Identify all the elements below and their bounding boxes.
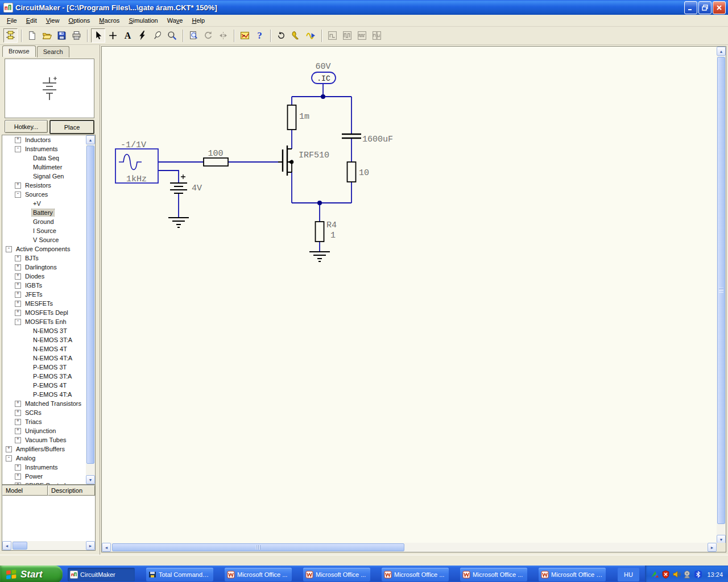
tree-item-v-source[interactable]: V Source <box>2 235 86 244</box>
tree-item-label[interactable]: Instruments <box>24 464 59 471</box>
tree-item-p-emos-3t[interactable]: P-EMOS 3T <box>2 363 86 372</box>
tree-item-mosfets-enh[interactable]: -MOSFETs Enh <box>2 317 86 326</box>
tree-item-label[interactable]: Power <box>24 473 44 480</box>
menu-macros[interactable]: Macros <box>94 16 124 25</box>
tree-item-analog[interactable]: -Analog <box>2 454 86 463</box>
menu-edit[interactable]: Edit <box>22 16 42 25</box>
resistor-100[interactable] <box>204 158 228 166</box>
audio-device-icon[interactable] <box>683 570 692 579</box>
description-column-header[interactable]: Description <box>48 485 95 496</box>
tree-item-triacs[interactable]: +Triacs <box>2 417 86 426</box>
collapse-icon[interactable]: - <box>15 319 21 325</box>
tree-item-n-emos-4t-a[interactable]: N-EMOS 4T:A <box>2 354 86 363</box>
menu-help[interactable]: Help <box>187 16 209 25</box>
zoom-tool-button[interactable] <box>165 28 179 43</box>
tree-item-p-emos-4t[interactable]: P-EMOS 4T <box>2 381 86 390</box>
tree-item-label[interactable]: Resistors <box>24 182 52 189</box>
tree-item-label[interactable]: Ground <box>32 218 55 225</box>
expand-icon[interactable]: + <box>15 182 21 189</box>
tree-item-jfets[interactable]: +JFETs <box>2 290 86 299</box>
tree-item-diodes[interactable]: +Diodes <box>2 272 86 281</box>
ground-symbol-r4[interactable] <box>309 252 330 261</box>
taskbar-button-microsoft-office-[interactable]: Microsoft Office ... <box>382 568 449 581</box>
taskbar-button-microsoft-office-[interactable]: Microsoft Office ... <box>460 568 527 581</box>
tree-item-signal-gen[interactable]: Signal Gen <box>2 172 86 181</box>
tree-item-matched-transistors[interactable]: +Matched Transistors <box>2 399 86 408</box>
tree-item-i-source[interactable]: I Source <box>2 226 86 235</box>
tree-item-spice-controls[interactable]: +SPICE Controls <box>2 481 86 484</box>
tree-item-label[interactable]: Signal Gen <box>32 173 65 180</box>
scope-display-4-button[interactable] <box>370 28 384 43</box>
expand-icon[interactable]: + <box>15 292 21 298</box>
expand-icon[interactable]: + <box>15 473 21 480</box>
expand-icon[interactable]: + <box>15 301 21 307</box>
wire-plus-tool-button[interactable] <box>106 28 120 43</box>
tree-item-p-emos-4t-a[interactable]: P-EMOS 4T:A <box>2 390 86 399</box>
tree-item-bjts[interactable]: +BJTs <box>2 253 86 263</box>
expand-icon[interactable]: + <box>15 410 21 416</box>
tree-item-label[interactable]: P-EMOS 4T:A <box>32 391 73 398</box>
tree-item-p-emos-3t-a[interactable]: P-EMOS 3T:A <box>2 372 86 381</box>
tree-item-label[interactable]: Diodes <box>24 273 46 280</box>
tree-item-instruments[interactable]: -Instruments <box>2 144 86 153</box>
expand-icon[interactable]: + <box>15 273 21 280</box>
tree-item-label[interactable]: Data Seq <box>32 155 60 161</box>
mosfet-irf510[interactable] <box>278 146 293 176</box>
tree-item-label[interactable]: Matched Transistors <box>24 400 82 407</box>
tree-item-label[interactable]: Unijunction <box>24 427 57 434</box>
scroll-up-button[interactable]: ▲ <box>717 47 726 56</box>
expand-icon[interactable]: + <box>15 464 21 471</box>
tree-item-n-emos-3t-a[interactable]: N-EMOS 3T:A <box>2 335 86 344</box>
scroll-down-button[interactable]: ▼ <box>86 475 95 484</box>
resistor-1m[interactable] <box>288 105 296 130</box>
rotate-button[interactable] <box>201 28 216 43</box>
options-wrench-button[interactable] <box>289 28 303 43</box>
reset-button[interactable] <box>274 28 288 43</box>
taskbar-button-microsoft-office-p-[interactable]: Microsoft Office P... <box>539 568 606 581</box>
tree-item-vacuum-tubes[interactable]: +Vacuum Tubes <box>2 435 86 444</box>
canvas-vscroll-thumb[interactable] <box>717 57 725 524</box>
security-alert-icon[interactable] <box>661 570 670 579</box>
menu-simulation[interactable]: Simulation <box>124 16 162 25</box>
tree-item-instruments[interactable]: +Instruments <box>2 463 86 472</box>
tree-item-darlingtons[interactable]: +Darlingtons <box>2 263 86 272</box>
expand-icon[interactable]: + <box>15 282 21 289</box>
tree-item-inductors[interactable]: +Inductors <box>2 135 86 144</box>
expand-icon[interactable]: + <box>15 310 21 316</box>
taskbar-button-microsoft-office-[interactable]: Microsoft Office ... <box>303 568 370 581</box>
ground-symbol-battery[interactable] <box>168 218 189 227</box>
tree-item-battery[interactable]: Battery <box>2 208 86 217</box>
collapse-icon[interactable]: - <box>6 246 12 252</box>
collapse-icon[interactable]: - <box>15 146 21 152</box>
expand-icon[interactable]: + <box>15 419 21 425</box>
menu-file[interactable]: File <box>2 16 22 25</box>
scroll-up-button[interactable]: ▲ <box>86 135 95 144</box>
language-indicator[interactable]: HU <box>618 568 639 581</box>
tab-search[interactable]: Search <box>37 46 69 57</box>
tree-item-label[interactable]: Triacs <box>24 418 43 425</box>
browse-components-button[interactable] <box>3 28 18 43</box>
canvas-hscroll-thumb[interactable] <box>112 543 404 551</box>
clock[interactable]: 13:24 <box>707 571 723 578</box>
open-file-button[interactable] <box>40 28 54 43</box>
expand-icon[interactable]: + <box>15 137 21 143</box>
model-horizontal-scrollbar[interactable]: ◄ ► <box>2 541 95 550</box>
probe-tool-button[interactable] <box>150 28 164 43</box>
volume-icon[interactable] <box>672 570 681 579</box>
collapse-icon[interactable]: - <box>6 455 12 462</box>
new-document-button[interactable] <box>25 28 39 43</box>
canvas-horizontal-scrollbar[interactable]: ◄ ► <box>102 543 717 552</box>
tree-item-label[interactable]: BJTs <box>24 255 40 261</box>
print-button[interactable] <box>69 28 84 43</box>
tree-item-label[interactable]: JFETs <box>24 291 44 298</box>
expand-icon[interactable]: + <box>15 437 21 443</box>
tree-item-amplifiers-buffers[interactable]: +Amplifiers/Buffers <box>2 444 86 454</box>
tree-item-label[interactable]: N-EMOS 3T:A <box>32 336 73 343</box>
tree-item-label[interactable]: MESFETs <box>24 300 54 307</box>
tree-item-label[interactable]: SCRs <box>24 409 43 416</box>
help-button[interactable]: ? <box>253 28 267 43</box>
tree-item-ground[interactable]: Ground <box>2 217 86 226</box>
save-file-button[interactable] <box>55 28 69 43</box>
scroll-left-button[interactable]: ◄ <box>2 541 11 550</box>
scroll-left-button[interactable]: ◄ <box>102 543 111 552</box>
